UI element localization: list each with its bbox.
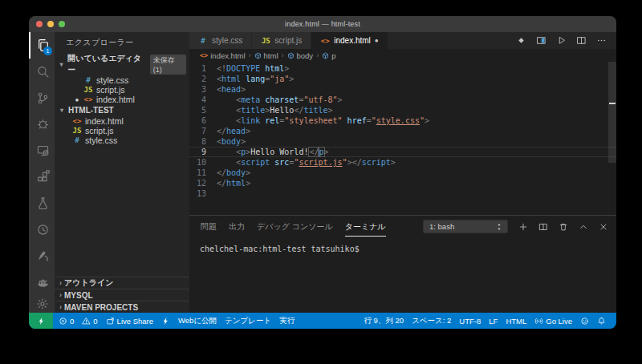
open-editor-index.html[interactable]: ●<>index.html — [55, 95, 189, 104]
status-run[interactable]: 実行 — [275, 316, 299, 326]
open-preview-icon[interactable] — [536, 35, 547, 46]
css-file-icon: # — [198, 37, 208, 45]
status-eol[interactable]: LF — [485, 317, 502, 326]
status-warnings[interactable]: 0 — [78, 317, 101, 326]
clock-icon[interactable] — [29, 216, 55, 243]
activity-badge: 1 — [43, 47, 52, 55]
status-live-share[interactable]: Live Share — [102, 317, 157, 326]
breadcrumb-item-index.html[interactable]: <>index.html — [200, 51, 246, 60]
status-indentation[interactable]: スペース: 2 — [408, 316, 455, 326]
code-line-11[interactable]: 11</body> — [189, 168, 616, 178]
tab-script.js[interactable]: JSscript.js — [252, 32, 311, 49]
tree-item-script.js[interactable]: JSscript.js — [55, 126, 189, 135]
run-file-icon[interactable] — [556, 35, 567, 46]
breadcrumb-item-body[interactable]: body — [287, 51, 314, 60]
tree-item-index.html[interactable]: <>index.html — [55, 116, 189, 126]
status-encoding[interactable]: UTF-8 — [455, 317, 485, 326]
status-notifications[interactable] — [593, 317, 610, 326]
panel-tab-問題[interactable]: 問題 — [201, 216, 217, 237]
code-line-10[interactable]: 10 <script src="script.js"></script> — [189, 157, 616, 168]
code-line-3[interactable]: 3<head> — [189, 84, 616, 95]
line-content: <script src="script.js"></script> — [217, 157, 396, 168]
close-window-button[interactable] — [36, 21, 43, 27]
status-label: 行 9、列 20 — [364, 316, 404, 326]
code-line-7[interactable]: 7</head> — [189, 126, 616, 136]
css-file-icon: # — [83, 76, 93, 84]
folder-section-header[interactable]: ▾ HTML-TEST — [55, 104, 189, 116]
manage-gear-icon[interactable] — [29, 295, 55, 313]
source-control-icon[interactable] — [29, 85, 55, 111]
remote-indicator[interactable] — [29, 313, 53, 329]
split-editor-icon[interactable] — [576, 35, 587, 46]
panel-tab-デバッグ コンソール[interactable]: デバッグ コンソール — [257, 216, 333, 237]
docker-icon[interactable] — [29, 269, 55, 295]
panel-tab-出力[interactable]: 出力 — [229, 216, 245, 237]
status-cursor-position[interactable]: 行 9、列 20 — [360, 316, 408, 326]
broadcast-icon — [534, 317, 543, 326]
code-editor[interactable]: 1<!DOCTYPE html>2<html lang="ja">3<head>… — [189, 62, 616, 215]
breadcrumb-item-p[interactable]: p — [322, 51, 335, 60]
explorer-icon[interactable]: 1 — [29, 32, 55, 59]
kill-terminal-icon[interactable] — [559, 222, 568, 232]
status-feedback[interactable] — [576, 317, 593, 326]
code-line-8[interactable]: 8<body> — [189, 136, 616, 147]
zoom-window-button[interactable] — [59, 21, 65, 27]
maximize-panel-icon[interactable] — [579, 222, 588, 232]
open-editors-section-header[interactable]: ▾ 開いているエディター 未保存 (1) — [55, 53, 189, 75]
status-zap[interactable] — [157, 317, 174, 326]
modified-dot[interactable]: ● — [375, 37, 379, 44]
line-content: <body> — [217, 136, 246, 147]
panel-tab-ターミナル[interactable]: ターミナル — [345, 216, 386, 237]
code-line-1[interactable]: 1<!DOCTYPE html> — [189, 63, 616, 74]
search-icon[interactable] — [29, 59, 55, 85]
open-editor-script.js[interactable]: JSscript.js — [55, 85, 189, 95]
code-line-13[interactable]: 13 — [189, 188, 616, 199]
panel-controls: 1: bash — [423, 220, 608, 233]
code-line-4[interactable]: 4 <meta charset="utf-8"> — [189, 95, 616, 105]
tab-style.css[interactable]: #style.css — [189, 32, 252, 49]
code-line-6[interactable]: 6 <link rel="stylesheet" href="style.css… — [189, 115, 616, 126]
more-actions-icon[interactable] — [596, 35, 607, 46]
sidebar-section-mysql[interactable]: ›MYSQL — [55, 289, 189, 301]
sidebar-section-アウトライン[interactable]: ›アウトライン — [55, 277, 189, 289]
minimize-window-button[interactable] — [47, 21, 54, 27]
status-label: LF — [489, 317, 498, 326]
title-bar[interactable]: index.html — html-test — [29, 16, 616, 32]
new-terminal-icon[interactable] — [518, 222, 528, 232]
breadcrumb-label: p — [331, 51, 335, 60]
status-template[interactable]: テンプレート — [221, 316, 275, 326]
sidebar-section-maven-projects[interactable]: ›MAVEN PROJECTS — [55, 301, 189, 313]
tree-item-style.css[interactable]: #style.css — [55, 135, 189, 145]
line-number: 11 — [189, 168, 217, 178]
status-errors[interactable]: 0 — [55, 317, 78, 326]
status-publish-web[interactable]: Webに公開 — [174, 316, 221, 326]
status-label: HTML — [506, 317, 526, 326]
symbol-icon — [322, 52, 329, 59]
remote-preview-icon[interactable] — [29, 137, 55, 164]
status-go-live[interactable]: Go Live — [530, 317, 576, 326]
live-share-extension-icon[interactable] — [29, 243, 55, 269]
status-language-mode[interactable]: HTML — [502, 317, 530, 326]
code-line-2[interactable]: 2<html lang="ja"> — [189, 74, 616, 84]
breadcrumb-item-html[interactable]: html — [254, 51, 278, 60]
line-number: 7 — [189, 126, 217, 136]
code-line-9[interactable]: 9 <p>Hello World!</p> — [189, 147, 616, 157]
tab-label: script.js — [274, 36, 302, 45]
split-terminal-icon[interactable] — [538, 222, 548, 232]
line-content: <title>Hello</title> — [217, 105, 333, 115]
status-label: 0 — [70, 317, 74, 326]
editor-scrollbar[interactable] — [608, 62, 616, 163]
terminal-shell-select[interactable]: 1: bash — [423, 220, 508, 233]
debug-icon[interactable] — [29, 111, 55, 137]
code-line-12[interactable]: 12</html> — [189, 178, 616, 188]
code-line-5[interactable]: 5 <title>Hello</title> — [189, 105, 616, 115]
format-icon[interactable] — [516, 35, 526, 46]
extensions-icon[interactable] — [29, 164, 55, 190]
tab-index.html[interactable]: <>index.html● — [311, 32, 388, 49]
terminal-output[interactable]: chelchel-mac:html-test tatsuhiko$ — [189, 237, 616, 253]
symbol-icon — [254, 52, 262, 59]
open-editor-style.css[interactable]: #style.css — [55, 75, 189, 85]
close-panel-icon[interactable] — [599, 222, 608, 232]
status-label: UTF-8 — [459, 317, 481, 326]
test-explorer-icon[interactable] — [29, 190, 55, 216]
